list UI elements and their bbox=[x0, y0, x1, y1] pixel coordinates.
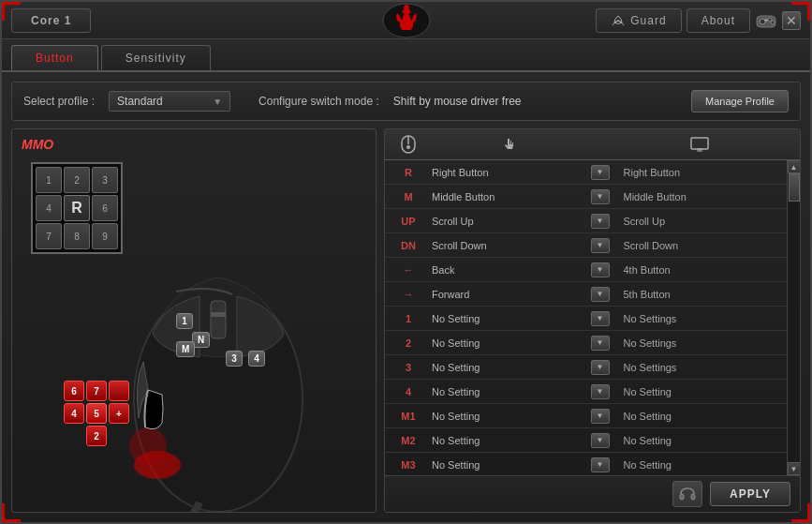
side-key-4[interactable]: 4 bbox=[64, 403, 84, 424]
profile-select[interactable]: Standard ▼ bbox=[109, 91, 230, 112]
row-dropdown[interactable]: ▼ bbox=[591, 433, 610, 448]
row-setting: No Settings bbox=[619, 337, 783, 349]
sensitivity-tab[interactable]: Sensitivity bbox=[101, 45, 211, 70]
btn-label-1[interactable]: 1 bbox=[176, 313, 193, 329]
row-key: M2 bbox=[390, 435, 427, 446]
svg-point-15 bbox=[406, 145, 410, 149]
button-tab[interactable]: Button bbox=[11, 45, 98, 70]
row-key: DN bbox=[390, 240, 427, 251]
key-header-icon bbox=[390, 134, 427, 155]
table-row: 4 No Setting ▼ No Setting bbox=[385, 380, 787, 404]
svg-rect-16 bbox=[691, 138, 708, 149]
nav-tabs: Core 1 bbox=[11, 8, 596, 33]
core1-tab[interactable]: Core 1 bbox=[11, 8, 91, 33]
svg-point-5 bbox=[771, 21, 775, 24]
mouse-header-icon bbox=[400, 134, 417, 155]
headset-button[interactable] bbox=[672, 481, 702, 507]
bottom-bar: APPLY bbox=[385, 475, 800, 512]
row-dropdown[interactable]: ▼ bbox=[591, 238, 610, 253]
row-setting: Scroll Up bbox=[619, 216, 783, 227]
row-setting: Right Button bbox=[619, 167, 783, 178]
monitor-icon bbox=[690, 137, 709, 152]
apply-button[interactable]: APPLY bbox=[710, 482, 790, 506]
row-key: M3 bbox=[390, 459, 427, 471]
row-dropdown[interactable]: ▼ bbox=[591, 409, 610, 424]
row-dropdown[interactable]: ▼ bbox=[591, 336, 610, 351]
table-row: → Forward ▼ 5th Button bbox=[385, 282, 787, 307]
key-1[interactable]: 1 bbox=[36, 167, 62, 193]
row-dropdown[interactable]: ▼ bbox=[591, 384, 610, 399]
svg-rect-20 bbox=[680, 494, 684, 500]
row-action: No Setting bbox=[427, 313, 591, 324]
row-setting: Middle Button bbox=[619, 191, 783, 202]
scroll-up-arrow[interactable]: ▲ bbox=[788, 160, 801, 173]
guard-button[interactable]: Guard bbox=[596, 8, 681, 33]
row-key: 2 bbox=[390, 337, 427, 349]
btn-label-m[interactable]: M bbox=[176, 341, 195, 357]
title-bar: Core 1 bbox=[2, 2, 810, 39]
row-setting: Scroll Down bbox=[619, 240, 783, 251]
table-row: M Middle Button ▼ Middle Button bbox=[385, 185, 787, 209]
side-keypad: 6 7 4 5 + 2 bbox=[64, 381, 129, 446]
row-setting: No Setting bbox=[619, 411, 783, 422]
side-key-spacer2 bbox=[109, 426, 129, 446]
table-row: 2 No Setting ▼ No Settings bbox=[385, 331, 787, 355]
switch-mode-value: Shift by mouse driver free bbox=[393, 95, 677, 108]
svg-point-3 bbox=[760, 19, 765, 24]
table-row: UP Scroll Up ▼ Scroll Up bbox=[385, 209, 787, 233]
table-body-container: R Right Button ▼ Right Button M Middle B… bbox=[385, 160, 800, 475]
mouse-image bbox=[12, 212, 359, 512]
corner-tl bbox=[2, 2, 21, 21]
side-key-5[interactable]: 5 bbox=[86, 403, 107, 424]
row-action: Scroll Up bbox=[427, 216, 591, 227]
row-dropdown[interactable]: ▼ bbox=[591, 214, 610, 229]
scrollbar: ▲ ▼ bbox=[787, 160, 800, 475]
side-key-empty[interactable] bbox=[109, 381, 129, 401]
side-key-spacer bbox=[64, 426, 84, 446]
hand-icon bbox=[501, 136, 518, 153]
row-dropdown[interactable]: ▼ bbox=[591, 262, 610, 277]
btn-label-4[interactable]: 4 bbox=[248, 351, 265, 367]
row-setting: No Setting bbox=[619, 435, 783, 446]
side-key-2[interactable]: 2 bbox=[86, 426, 107, 446]
bloody-logo bbox=[378, 2, 435, 39]
monitor-header-icon bbox=[618, 137, 783, 152]
row-dropdown[interactable]: ▼ bbox=[591, 457, 610, 472]
switch-mode-label: Configure switch mode : bbox=[258, 95, 379, 108]
side-key-plus[interactable]: + bbox=[109, 403, 129, 424]
row-dropdown[interactable]: ▼ bbox=[591, 287, 610, 302]
manage-profile-button[interactable]: Manage Profile bbox=[691, 90, 789, 112]
row-key: 1 bbox=[390, 313, 427, 324]
signal-icon bbox=[611, 14, 626, 27]
about-button[interactable]: About bbox=[687, 8, 750, 33]
profile-bar: Select profile : Standard ▼ Configure sw… bbox=[11, 82, 801, 121]
row-action: Back bbox=[427, 264, 591, 276]
scroll-down-arrow[interactable]: ▼ bbox=[788, 462, 801, 475]
btn-label-3[interactable]: 3 bbox=[226, 351, 243, 367]
row-dropdown[interactable]: ▼ bbox=[591, 165, 610, 180]
guard-label: Guard bbox=[630, 14, 666, 27]
side-key-7[interactable]: 7 bbox=[86, 381, 107, 401]
row-action: No Setting bbox=[427, 362, 591, 373]
svg-rect-10 bbox=[211, 312, 226, 317]
row-dropdown[interactable]: ▼ bbox=[591, 360, 610, 375]
logo-area bbox=[378, 2, 435, 39]
table-row: DN Scroll Down ▼ Scroll Down bbox=[385, 233, 787, 258]
key-3[interactable]: 3 bbox=[92, 167, 118, 193]
headset-icon bbox=[679, 487, 696, 502]
table-row: M3 No Setting ▼ No Setting bbox=[385, 453, 787, 475]
profile-label: Select profile : bbox=[23, 95, 95, 108]
row-setting: No Setting bbox=[619, 459, 783, 471]
app-window: Core 1 bbox=[0, 0, 812, 524]
title-bar-right: Guard About ✕ bbox=[596, 8, 801, 33]
row-dropdown[interactable]: ▼ bbox=[591, 189, 610, 204]
scroll-thumb[interactable] bbox=[789, 173, 800, 202]
profile-value: Standard bbox=[117, 95, 163, 108]
mouse-panel: MMO 1 2 3 4 R 6 7 8 9 bbox=[11, 128, 376, 513]
row-dropdown[interactable]: ▼ bbox=[591, 311, 610, 326]
row-action: No Setting bbox=[427, 386, 591, 397]
side-key-6[interactable]: 6 bbox=[64, 381, 84, 401]
corner-br bbox=[791, 503, 810, 522]
buttons-list[interactable]: R Right Button ▼ Right Button M Middle B… bbox=[385, 160, 787, 475]
key-2[interactable]: 2 bbox=[64, 167, 90, 193]
